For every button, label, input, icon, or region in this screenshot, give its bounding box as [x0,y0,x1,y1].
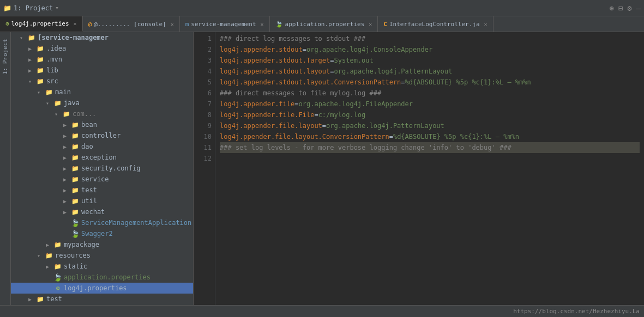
tab-log4j[interactable]: ⚙ log4j.properties ✕ [0,16,83,32]
eq-3: = [330,55,334,66]
project-dropdown-icon[interactable]: ▾ [55,4,59,11]
tree-icon-static: 📁 [53,262,62,271]
tree-item-util[interactable]: ▶ 📁 util [11,196,193,206]
layout-btn[interactable]: ⊟ [618,4,623,13]
minimize-btn[interactable]: — [636,4,641,13]
tab-console[interactable]: @ @......... [console] ✕ [83,16,180,32]
tree-item-main[interactable]: ▾ 📁 main [11,87,193,97]
tree-arrow-resources: ▾ [37,253,45,259]
tree-item-mypackage[interactable]: ▶ 📁 mypackage [11,239,193,250]
tree-item-test-outer[interactable]: ▶ 📁 test [11,294,193,304]
tree-label-bean: bean [81,121,97,129]
tree-icon-security: 📁 [71,164,80,173]
val-9: org.apache.log4j.PatternLayout [326,120,444,131]
tree-item-resources[interactable]: ▾ 📁 resources [11,250,193,261]
eq-4: = [330,66,334,77]
code-area[interactable]: ### direct log messages to stdout ### lo… [215,32,644,305]
tree-arrow-dao: ▶ [63,144,71,150]
tree-item-root[interactable]: ▾ 📁 [service-managemer [11,32,193,43]
tab-close-service[interactable]: ✕ [261,21,264,27]
eq-9: = [322,120,326,131]
tree-label-test-outer: test [46,295,62,303]
status-bar: https://blog.csdn.net/Hezhezhiyu.La [0,305,644,317]
tab-label-log4j: log4j.properties [11,20,69,27]
tab-close-app-props[interactable]: ✕ [369,21,372,27]
tab-icon-console: @ [88,21,92,28]
tree-label-log4j: log4j.properties [64,284,127,292]
tree-icon-idea: 📁 [36,44,45,53]
tree-label-swagger: Swagger2 [81,230,113,237]
code-line-8: log4j.appender.file.File=c:/mylog.log [220,109,640,120]
tab-icon-service: m [185,21,189,28]
tab-close-console[interactable]: ✕ [171,21,174,27]
project-title: 1: Project [14,4,53,12]
tree-item-java[interactable]: ▾ 📁 java [11,97,193,108]
tree-label-sma: ServiceManagementApplication [81,219,191,227]
eq-10: = [389,131,393,142]
tree-arrow-wechat: ▶ [63,209,71,215]
tab-label-interface-log: InterfaceLogController.ja [389,21,480,28]
tree-item-test-inner[interactable]: ▶ 📁 test [11,185,193,196]
tab-application-props[interactable]: 🍃 application.properties ✕ [270,16,378,32]
tab-icon-app-props: 🍃 [275,21,283,28]
tree-item-bean[interactable]: ▶ 📁 bean [11,119,193,130]
panel-sidebar-label[interactable]: 1: Project [1,34,10,79]
tree-icon-app-props: 🍃 [53,273,62,282]
tree-arrow-security: ▶ [63,166,71,172]
line-num-8: 8 [194,109,212,120]
tree-icon-test-outer: 📁 [36,295,45,303]
tree-item-com[interactable]: ▾ 📁 com... [11,108,193,119]
key-7: log4j.appender.file [220,99,294,109]
tree-item-swagger[interactable]: ▶ 🍃 Swagger2 [11,228,193,239]
tree-item-sma[interactable]: ▶ 🍃 ServiceManagementApplication [11,217,193,228]
tree-item-security[interactable]: ▶ 📁 security.config [11,163,193,174]
tree-item-log4j[interactable]: ▶ ⚙ log4j.properties [11,283,193,294]
tree-arrow-controller: ▶ [63,133,71,139]
code-line-12 [220,153,640,164]
key-10: log4j.ppender.file.layout.ConversionPatt… [220,131,389,142]
tree-label-root: [service-managemer [38,34,109,41]
tree-icon-sma: 🍃 [71,218,80,227]
tree-item-exception[interactable]: ▶ 📁 exception [11,152,193,163]
tree-item-controller[interactable]: ▶ 📁 controller [11,130,193,141]
tree-item-lib[interactable]: ▶ 📁 lib [11,65,193,76]
val-2: org.apache.log4j.ConsoleAppender [306,44,432,55]
tree-label-security: security.config [81,164,140,172]
code-line-10: log4j.ppender.file.layout.ConversionPatt… [220,131,640,142]
line-num-7: 7 [194,99,212,109]
key-3: log4j.appender.stdout.Target [220,55,330,66]
code-line-2: log4j.appender.stdout=org.apache.log4j.C… [220,44,640,55]
tree-item-idea[interactable]: ▶ 📁 .idea [11,43,193,54]
editor-area: 1 2 3 4 5 6 7 8 9 10 11 12 ### direct lo… [194,32,644,305]
code-line-5: log4j.appender.stdout.layout.ConversionP… [220,77,640,88]
tree-icon-main: 📁 [45,88,53,96]
tab-label-app-props: application.properties [285,21,365,28]
add-btn[interactable]: ⊕ [609,4,613,13]
tree-item-src[interactable]: ▾ 📁 src [11,76,193,87]
code-line-11: ### set log levels - for more verbose lo… [220,142,640,153]
key-2: log4j.appender.stdout [220,44,303,55]
tree-arrow-exception: ▶ [63,155,71,161]
tree-label-util: util [81,197,97,205]
tree-arrow-test-inner: ▶ [63,187,71,193]
tree-item-wechat[interactable]: ▶ 📁 wechat [11,206,193,217]
tab-close-log4j[interactable]: ✕ [74,21,77,27]
tree-icon-java: 📁 [53,99,62,107]
tree-item-mvn[interactable]: ▶ 📁 .mvn [11,54,193,65]
tree-icon-src: 📁 [36,77,45,86]
tree-item-app-props[interactable]: ▶ 🍃 application.properties [11,272,193,283]
tree-item-service[interactable]: ▶ 📁 service [11,174,193,185]
tree-label-service: service [81,175,109,183]
tree-label-java: java [64,99,80,107]
tree-arrow-static: ▶ [46,264,53,270]
tab-interface-log[interactable]: C InterfaceLogController.ja ✕ [378,16,493,32]
tree-label-lib: lib [46,66,58,74]
line-num-10: 10 [194,131,212,142]
tab-service-management[interactable]: m service-management ✕ [180,16,270,32]
line-num-2: 2 [194,44,212,55]
tab-close-interface-log[interactable]: ✕ [484,21,487,27]
tree-item-dao[interactable]: ▶ 📁 dao [11,141,193,152]
settings-btn[interactable]: ⚙ [627,4,631,13]
tree-icon-resources: 📁 [45,251,53,260]
tree-item-static[interactable]: ▶ 📁 static [11,261,193,272]
